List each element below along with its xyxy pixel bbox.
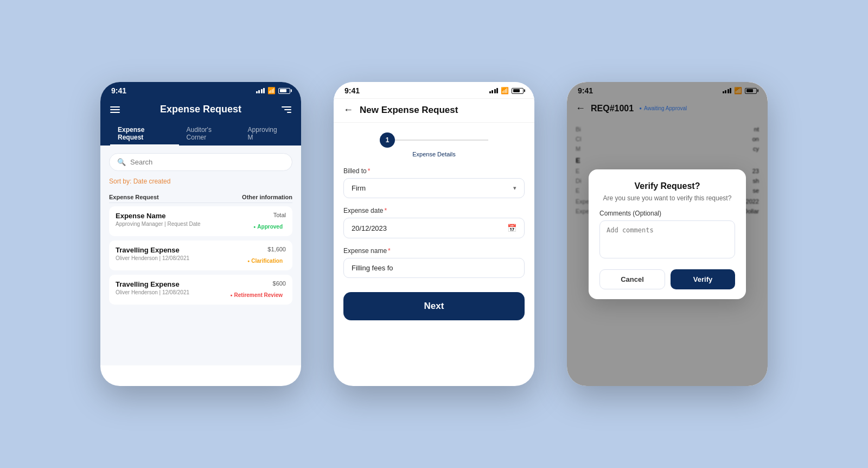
sort-row: Sort by: Date created — [109, 178, 292, 185]
phone2-header: ← New Expense Request — [334, 99, 534, 123]
verify-modal: Verify Request? Are you sure you want to… — [589, 169, 746, 299]
step-1-circle: 1 — [380, 132, 395, 148]
modal-title: Verify Request? — [599, 181, 735, 191]
wifi-icon-2: 📶 — [501, 87, 509, 94]
expense-name-group: Expense name* Filling fees fo — [343, 247, 525, 278]
expense-date-label: Expense date* — [343, 207, 525, 214]
search-icon: 🔍 — [117, 158, 126, 166]
modal-buttons: Cancel Verify — [599, 269, 735, 289]
status-bar-2: 9:41 📶 — [334, 82, 534, 99]
page-title-2: New Expense Request — [360, 105, 458, 116]
battery-icon-1 — [278, 88, 290, 94]
next-button[interactable]: Next — [343, 292, 525, 320]
wifi-icon-1: 📶 — [267, 87, 276, 94]
filter-icon[interactable] — [282, 106, 291, 113]
tabs-row: Expense Request Auditor's Corner Approvi… — [110, 122, 291, 146]
expense-date-input[interactable]: 20/12/2023 📅 — [343, 218, 525, 238]
modal-comment-input[interactable] — [599, 220, 735, 258]
modal-subtitle: Are you sure you want to verify this req… — [599, 194, 735, 202]
list-item[interactable]: Expense Name Approving Manager | Request… — [109, 206, 292, 236]
phone-req-detail: 9:41 📶 ← REQ#1001 Awaiting Approval Bi n… — [567, 82, 768, 386]
list-item[interactable]: Travelling Expense Oliver Henderson | 12… — [109, 241, 292, 270]
expense-name-label: Expense name* — [343, 247, 525, 255]
list-item[interactable]: Travelling Expense Oliver Henderson | 12… — [109, 275, 292, 305]
step-line — [395, 140, 488, 141]
status-time-2: 9:41 — [344, 86, 360, 95]
status-badge-approved: Approved — [250, 223, 286, 231]
verify-button[interactable]: Verify — [671, 269, 735, 289]
expense-date-group: Expense date* 20/12/2023 📅 — [343, 207, 525, 238]
modal-comment-label: Comments (Optional) — [599, 210, 735, 217]
phone1-header: Expense Request Expense Request Auditor'… — [100, 98, 301, 146]
search-bar[interactable]: 🔍 — [109, 153, 292, 171]
back-button[interactable]: ← — [343, 104, 353, 116]
list-header: Expense Request Other information — [109, 191, 292, 203]
hamburger-icon[interactable] — [110, 106, 120, 113]
stepper: 1 Expense Details — [343, 132, 525, 157]
signal-icon-2 — [489, 88, 499, 93]
cancel-button[interactable]: Cancel — [599, 269, 665, 289]
chevron-down-icon: ▾ — [513, 185, 516, 192]
expense-name-input[interactable]: Filling fees fo — [343, 258, 525, 278]
billed-to-dropdown[interactable]: Firm ▾ — [343, 178, 525, 198]
status-time-1: 9:41 — [111, 86, 126, 95]
phone2-body: 1 Expense Details Billed to* Firm ▾ Expe… — [334, 123, 534, 362]
battery-icon-2 — [512, 88, 524, 94]
page-title-1: Expense Request — [160, 104, 241, 115]
status-badge-retirement: Retirement Review — [227, 291, 286, 299]
calendar-icon: 📅 — [507, 224, 516, 232]
billed-to-label: Billed to* — [343, 167, 525, 175]
list-header-right: Other information — [242, 194, 292, 200]
tab-approving-m[interactable]: Approving M — [240, 122, 291, 146]
phone-expense-list: 9:41 📶 Expense Request Expense Request A… — [100, 82, 301, 386]
signal-icon-1 — [256, 88, 265, 93]
status-icons-2: 📶 — [489, 87, 524, 94]
billed-to-group: Billed to* Firm ▾ — [343, 167, 525, 198]
status-bar-1: 9:41 📶 — [100, 82, 301, 98]
list-header-left: Expense Request — [109, 194, 159, 200]
modal-overlay: Verify Request? Are you sure you want to… — [567, 82, 768, 386]
tab-expense-request[interactable]: Expense Request — [110, 122, 179, 146]
tab-auditors-corner[interactable]: Auditor's Corner — [179, 122, 240, 146]
status-icons-1: 📶 — [256, 87, 291, 94]
phone-new-expense: 9:41 📶 ← New Expense Request 1 Expense D… — [334, 82, 534, 386]
phone1-body: 🔍 Sort by: Date created Expense Request … — [100, 146, 301, 365]
search-input[interactable] — [130, 158, 284, 166]
step-1-label: Expense Details — [412, 151, 456, 157]
status-badge-clarification: Clarification — [244, 257, 286, 265]
